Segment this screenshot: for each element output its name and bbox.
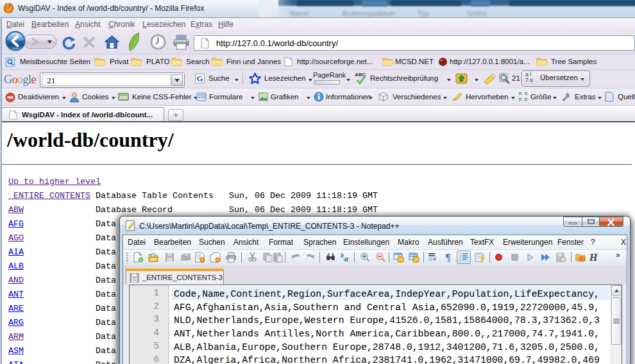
svg-text:b: b [341,252,344,259]
svg-text:H: H [589,252,598,263]
svg-text:¶: ¶ [445,252,451,263]
